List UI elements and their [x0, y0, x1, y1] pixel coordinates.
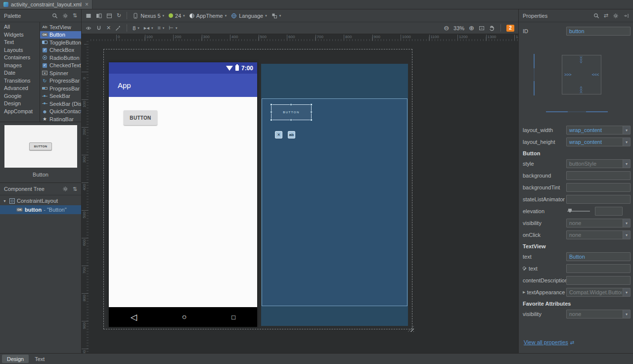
device-selector[interactable]: Nexus 5 ▾: [133, 13, 164, 19]
editor-tab[interactable]: activity_constraint_layout.xml ×: [0, 0, 92, 9]
resize-handle-icon[interactable]: [310, 119, 313, 121]
palette-category-all[interactable]: All: [0, 23, 40, 31]
palette-item-radiobutton[interactable]: RadioButton: [40, 54, 81, 62]
palette-category-transitions[interactable]: Transitions: [0, 77, 40, 85]
theme-selector[interactable]: AppTheme ▾: [189, 13, 226, 19]
palette-category-design[interactable]: Design: [0, 100, 40, 108]
resize-handle-icon[interactable]: [270, 103, 272, 106]
design-button[interactable]: BUTTON: [124, 110, 157, 125]
hide-panel-icon[interactable]: [623, 13, 629, 19]
id-field[interactable]: button: [566, 27, 631, 36]
property-field-background[interactable]: [566, 171, 631, 180]
palette-category-date[interactable]: Date: [0, 69, 40, 77]
palette-category-containers[interactable]: Containers: [0, 54, 40, 62]
property-field-elevation[interactable]: [595, 207, 623, 216]
property-field-text[interactable]: Button: [566, 252, 631, 261]
view-all-properties-link[interactable]: View all properties: [524, 339, 568, 345]
palette-item-button[interactable]: Button: [40, 31, 81, 39]
zoom-in-icon[interactable]: ⊕: [469, 25, 474, 31]
constraint-anchor-icon[interactable]: [290, 119, 292, 121]
properties-swap-icon[interactable]: ⇄: [604, 13, 608, 18]
property-combo-style[interactable]: buttonStyle: [566, 159, 631, 168]
design-surface-icon[interactable]: [86, 13, 91, 19]
wrap-spring-top-icon[interactable]: >>>: [579, 56, 583, 63]
view-options-icon[interactable]: [86, 25, 91, 31]
constraint-anchor-icon[interactable]: [310, 111, 313, 113]
nav-back-icon[interactable]: ◁: [131, 312, 137, 322]
property-field-contentdescription[interactable]: [566, 276, 631, 285]
palette-item-ratingbar[interactable]: RatingBar: [40, 115, 81, 122]
property-field-statelistanimator[interactable]: [566, 195, 631, 204]
nav-home-icon[interactable]: ○: [182, 313, 187, 321]
slider-thumb-icon[interactable]: [568, 209, 572, 213]
layout-variant-selector[interactable]: ▾: [271, 13, 281, 19]
palette-search-icon[interactable]: [52, 13, 58, 19]
palette-item-togglebutton[interactable]: ToggleButton: [40, 39, 81, 46]
palette-category-text[interactable]: Text: [0, 39, 40, 46]
blueprint-preview[interactable]: BUTTON ✕ ab: [261, 64, 408, 326]
palette-category-widgets[interactable]: Widgets: [0, 31, 40, 39]
blueprint-button[interactable]: BUTTON: [271, 104, 312, 120]
palette-item-textview[interactable]: TextView: [40, 23, 81, 31]
wrap-spring-bottom-icon[interactable]: <<<: [579, 86, 583, 93]
zoom-fit-icon[interactable]: [479, 25, 485, 31]
palette-item-quickcontactbadge[interactable]: QuickContactBadge: [40, 108, 81, 116]
bottom-tab-design[interactable]: Design: [2, 355, 29, 363]
property-field-text[interactable]: [566, 264, 631, 273]
text-attributes-badge[interactable]: ab: [288, 131, 295, 138]
property-combo-layout-height[interactable]: wrap_content: [566, 137, 631, 146]
blueprint-surface-icon[interactable]: [106, 13, 112, 19]
properties-gear-icon[interactable]: [613, 13, 619, 19]
pan-icon[interactable]: [489, 25, 495, 31]
resize-handle-icon[interactable]: [270, 119, 272, 121]
property-combo-onclick[interactable]: none: [566, 230, 631, 239]
properties-search-icon[interactable]: [593, 13, 599, 19]
constraint-anchor-icon[interactable]: [290, 103, 292, 106]
palette-item-spinner[interactable]: Spinner: [40, 69, 81, 77]
constraint-anchor-icon[interactable]: [270, 111, 272, 113]
property-field-backgroundtint[interactable]: [566, 183, 631, 192]
constraint-widget[interactable]: >>> <<< >>> <<<: [562, 55, 601, 94]
expander-icon[interactable]: ▶: [523, 290, 525, 294]
clear-constraints-icon[interactable]: ✕: [106, 25, 111, 31]
tree-expander-icon[interactable]: ▼: [3, 199, 7, 203]
split-surface-icon[interactable]: [96, 13, 102, 19]
default-margin-selector[interactable]: 8 ▾: [133, 25, 139, 31]
palette-category-appcompat[interactable]: AppCompat: [0, 108, 40, 116]
autoconnect-icon[interactable]: [96, 25, 102, 31]
palette-item-progressbar[interactable]: ProgressBar: [40, 77, 81, 85]
design-surface[interactable]: 0100200300400500600700800900100011001200…: [82, 34, 518, 353]
tree-item-button[interactable]: button - "Button": [0, 205, 81, 214]
resize-handle-icon[interactable]: [310, 103, 313, 106]
align-selector[interactable]: ≡ ▾: [157, 25, 164, 31]
close-tab-icon[interactable]: ×: [85, 1, 89, 7]
zoom-out-icon[interactable]: ⊖: [444, 25, 449, 31]
palette-item-checkbox[interactable]: CheckBox: [40, 46, 81, 54]
api-selector[interactable]: 24 ▾: [169, 13, 185, 19]
palette-item-seekbar-discrete[interactable]: SeekBar (Discrete): [40, 100, 81, 108]
palette-item-checkedtextview[interactable]: CheckedTextView: [40, 62, 81, 70]
palette-item-progressbar[interactable]: ProgressBar: [40, 85, 81, 92]
error-count-badge[interactable]: 2: [506, 25, 514, 32]
property-combo-layout-width[interactable]: wrap_content: [566, 126, 631, 135]
palette-gear-icon[interactable]: [62, 13, 68, 19]
property-slider-elevation[interactable]: [567, 211, 590, 212]
property-combo-visibility[interactable]: none: [566, 219, 631, 228]
palette-category-images[interactable]: Images: [0, 62, 40, 70]
infer-constraints-icon[interactable]: [115, 25, 121, 31]
wrap-spring-left-icon[interactable]: >>>: [564, 73, 571, 77]
pack-selector[interactable]: ▸◂ ▾: [144, 25, 153, 31]
wrap-spring-right-icon[interactable]: <<<: [592, 73, 599, 77]
palette-sort-icon[interactable]: ⇅: [73, 13, 77, 18]
component-tree-gear-icon[interactable]: [62, 186, 68, 192]
property-combo-visibility[interactable]: none: [566, 310, 631, 318]
clear-constraints-badge[interactable]: ✕: [275, 131, 282, 138]
palette-category-advanced[interactable]: Advanced: [0, 85, 40, 92]
tree-item-constraintlayout[interactable]: ▼ConstraintLayout: [0, 196, 81, 205]
guideline-selector[interactable]: ⊢ ▾: [169, 25, 177, 31]
language-selector[interactable]: Language ▾: [231, 13, 267, 19]
design-canvas[interactable]: BUTTON: [109, 97, 257, 307]
orientation-icon[interactable]: ↻: [117, 13, 121, 18]
component-tree-sort-icon[interactable]: ⇅: [73, 186, 77, 192]
nav-recent-icon[interactable]: □: [231, 314, 235, 321]
